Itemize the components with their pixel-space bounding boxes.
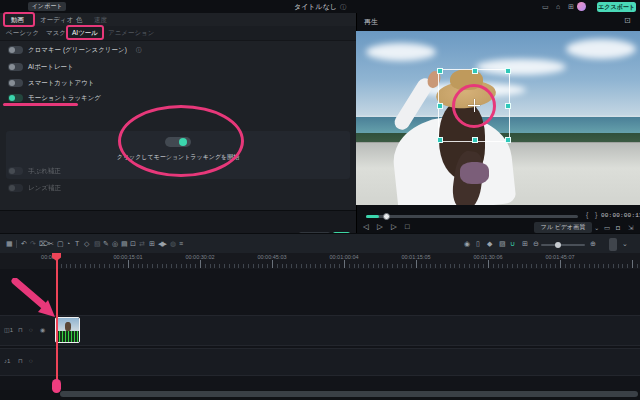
topbar: インポート タイトルなし ⓘ ▭ ⌂ ⊞ エクスポート	[0, 0, 640, 14]
undo-icon[interactable]: ↶	[21, 239, 27, 249]
crop-icon[interactable]: ▢	[57, 239, 64, 249]
resize-handle[interactable]	[505, 68, 511, 74]
redo-icon[interactable]: ↷	[30, 239, 36, 249]
workspace-icon[interactable]: ⊞	[568, 3, 574, 11]
vertical-scrollbar[interactable]	[609, 238, 617, 251]
mask-icon[interactable]: ▤	[121, 239, 128, 249]
trim-icon[interactable]: ◀▶	[158, 239, 165, 249]
stop-icon[interactable]: □	[405, 222, 410, 232]
motion-tracking-icon[interactable]: ◎	[112, 239, 118, 249]
resize-handle[interactable]	[505, 103, 511, 109]
color-match-icon[interactable]: ◍	[170, 239, 176, 249]
preview-window-icon[interactable]: ⊡	[624, 16, 631, 25]
tool-lens-correction: レンズ補正	[0, 182, 356, 194]
video-clip[interactable]	[55, 317, 80, 343]
media-settings-panel: 動画 オーディオ 色 速度 ベーシック マスク AIツール アニメーション クロ…	[0, 13, 357, 233]
resize-handle[interactable]	[437, 137, 443, 143]
ruler-label: 00:00:15:01	[113, 254, 142, 260]
magnet-icon[interactable]: ∪	[510, 239, 515, 249]
lock-icon[interactable]: ⊓	[18, 357, 23, 365]
audio-track-lane[interactable]	[0, 348, 640, 376]
prev-frame-icon[interactable]: ◁	[363, 222, 369, 232]
monitor-icon[interactable]: ▭	[604, 223, 610, 233]
subtab-basic[interactable]: ベーシック	[6, 26, 39, 40]
smart-cutout-toggle[interactable]	[8, 79, 23, 87]
resize-handle[interactable]	[505, 137, 511, 143]
subtab-mask[interactable]: マスク	[46, 26, 66, 40]
tool-smart-cutout[interactable]: スマートカットアウト	[0, 77, 356, 89]
audio-mixer-icon[interactable]: ≡	[179, 239, 183, 249]
motion-tracking-toggle[interactable]	[8, 94, 23, 102]
project-info-icon[interactable]: ⓘ	[340, 3, 346, 12]
resize-handle[interactable]	[437, 68, 443, 74]
chevron-down-icon[interactable]: ⌄	[594, 223, 599, 233]
horizontal-scrollbar[interactable]	[60, 391, 638, 397]
chroma-key-icon[interactable]: ▧	[94, 239, 101, 249]
panel-caret-icon[interactable]: ⌄	[622, 239, 628, 249]
subtab-ai-tools[interactable]: AIツール	[72, 26, 98, 40]
seek-bar[interactable]	[366, 215, 578, 218]
tab-audio[interactable]: オーディオ	[40, 13, 73, 26]
resize-handle[interactable]	[472, 137, 478, 143]
timeline-ruler[interactable]: 00:00 00:00:15:01 00:00:30:02 00:00:45:0…	[0, 253, 640, 269]
eye-icon[interactable]: ◉	[40, 326, 45, 334]
tab-video[interactable]: 動画	[11, 13, 24, 26]
tool-chroma-key[interactable]: クロマキー (グリーンスクリーン) ⓘ	[0, 44, 356, 56]
export-button[interactable]: エクスポート	[597, 2, 636, 12]
avatar[interactable]	[577, 2, 586, 11]
timeline-zoom-slider[interactable]	[541, 244, 585, 246]
ruler-label: 00:01:30:06	[473, 254, 502, 260]
resize-handle[interactable]	[472, 68, 478, 74]
split-icon[interactable]: ✂	[48, 239, 54, 249]
divider	[16, 240, 17, 248]
media-bin-icon[interactable]: ▦	[6, 239, 13, 249]
preview-video[interactable]	[356, 31, 640, 205]
add-marker-icon[interactable]: ⊞	[522, 239, 528, 249]
home-icon[interactable]: ⌂	[556, 3, 560, 11]
next-frame-icon[interactable]: ▷	[391, 222, 397, 232]
start-tracking-toggle[interactable]	[165, 137, 191, 147]
phone-preview-icon[interactable]: ▯	[476, 239, 480, 249]
chroma-key-toggle[interactable]	[8, 46, 23, 54]
auto-ripple-icon[interactable]: ⊞	[149, 239, 155, 249]
tool-ai-portrait[interactable]: AIポートレート	[0, 61, 356, 73]
zoom-in-icon[interactable]: ⊕	[590, 239, 596, 249]
mute-icon[interactable]: ◌	[29, 357, 33, 365]
ripple-edit-icon[interactable]: ⇄	[139, 239, 145, 249]
tab-speed[interactable]: 速度	[94, 13, 107, 26]
lock-icon[interactable]: ⊓	[18, 326, 23, 334]
subject-top	[460, 162, 489, 184]
timeline-tracks[interactable]: ◫1 ⊓ ◌ ◉ ♪1 ⊓ ◌	[0, 269, 640, 390]
tracking-selection-box[interactable]	[438, 69, 510, 142]
zoom-slider-handle[interactable]	[555, 242, 561, 248]
seek-handle[interactable]	[383, 213, 390, 220]
keyframe-diamond-icon[interactable]: ◆	[487, 239, 492, 249]
play-icon[interactable]: ▷	[377, 222, 383, 232]
text-icon[interactable]: T	[75, 239, 79, 249]
tool-motion-tracking[interactable]: モーショントラッキング	[0, 92, 356, 104]
import-button[interactable]: インポート	[28, 2, 66, 11]
speed-icon[interactable]: ◔	[66, 239, 70, 249]
mark-out-icon[interactable]: }	[595, 211, 597, 218]
playhead[interactable]	[56, 253, 58, 390]
mute-icon[interactable]: ◌	[29, 326, 33, 334]
display-icon[interactable]: ▭	[542, 3, 549, 11]
keyframe-icon[interactable]: ◇	[84, 239, 89, 249]
render-preview-icon[interactable]: ◉	[464, 239, 470, 249]
info-icon[interactable]: ⓘ	[136, 44, 142, 56]
subtab-animation[interactable]: アニメーション	[108, 26, 154, 40]
video-track-lane[interactable]	[0, 315, 640, 346]
zoom-out-icon[interactable]: ⊖	[533, 239, 539, 249]
draw-mask-icon[interactable]: ✎	[103, 239, 109, 249]
preview-panel: 再生 ⊡	[357, 13, 640, 233]
snapshot-icon[interactable]: ▨	[499, 239, 506, 249]
ruler-label: 00:01:00:04	[329, 254, 358, 260]
marker-icon[interactable]: ⊡	[130, 239, 136, 249]
ai-portrait-toggle[interactable]	[8, 63, 23, 71]
mark-in-icon[interactable]: {	[586, 211, 588, 218]
snapshot-icon[interactable]: ◘	[616, 223, 620, 233]
tab-color[interactable]: 色	[76, 13, 83, 26]
resize-handle[interactable]	[437, 103, 443, 109]
quality-selector[interactable]: フル ビデオ画質	[534, 222, 592, 233]
fullscreen-icon[interactable]: ⇲	[628, 223, 633, 233]
